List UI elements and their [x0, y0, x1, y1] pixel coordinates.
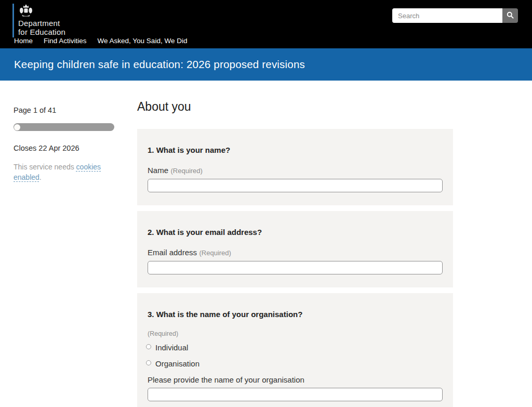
required-label: (Required) [148, 330, 443, 337]
page-title: About you [137, 100, 453, 114]
name-field-label: Name [148, 166, 168, 175]
consultation-title: Keeping children safe in education: 2026… [14, 58, 305, 71]
organisation-name-input[interactable] [148, 388, 443, 401]
question-1-title: 1. What is your name? [148, 146, 443, 154]
nav-home[interactable]: Home [14, 37, 33, 45]
search-icon [507, 11, 514, 20]
email-field-label: Email address [148, 248, 197, 257]
cookies-notice: This service needs cookies enabled. [14, 162, 103, 182]
name-input[interactable] [148, 179, 443, 192]
dfe-logo[interactable]: Department for Education [12, 4, 65, 37]
field-label-row: Email address (Required) [148, 248, 443, 257]
consultation-banner: Keeping children safe in education: 2026… [0, 48, 532, 81]
nav-we-asked-you-said-we-did[interactable]: We Asked, You Said, We Did [98, 37, 188, 45]
logo-accent-bar [12, 4, 14, 37]
radio-label-individual: Individual [155, 343, 188, 352]
required-label: (Required) [200, 249, 231, 257]
question-card-organisation: 3. What is the name of your organisation… [137, 293, 453, 407]
nav-find-activities[interactable]: Find Activities [44, 37, 87, 45]
search-bar [392, 8, 518, 23]
logo-text-line2: for Education [18, 28, 65, 36]
question-card-email: 2. What is your email address? Email add… [137, 211, 453, 287]
question-card-name: 1. What is your name? Name (Required) [137, 129, 453, 205]
field-label-row: Name (Required) [148, 166, 443, 175]
organisation-name-label: Please provide the name of your organisa… [148, 375, 443, 384]
required-label: (Required) [170, 167, 202, 175]
email-input[interactable] [148, 261, 443, 274]
search-button[interactable] [502, 8, 518, 23]
cookies-notice-text: This service needs [14, 163, 76, 171]
royal-crest-icon [18, 4, 65, 17]
progress-bar [14, 123, 114, 131]
question-3-title: 3. What is the name of your organisation… [148, 310, 443, 319]
site-header: Department for Education Home Find Activ… [0, 0, 532, 48]
closes-date: Closes 22 Apr 2026 [14, 144, 127, 152]
progress-thumb [14, 124, 20, 130]
main-content: About you 1. What is your name? Name (Re… [137, 81, 453, 407]
radio-option-individual[interactable]: Individual [148, 343, 443, 352]
page-indicator: Page 1 of 41 [14, 106, 127, 114]
search-input[interactable] [392, 8, 502, 23]
logo-text-line1: Department [18, 19, 65, 28]
radio-option-organisation[interactable]: Organisation [148, 359, 443, 368]
primary-nav: Home Find Activities We Asked, You Said,… [14, 37, 187, 45]
radio-unchecked-icon [146, 344, 151, 349]
cookies-notice-period: . [39, 173, 42, 181]
radio-unchecked-icon [146, 360, 151, 365]
sidebar: Page 1 of 41 Closes 22 Apr 2026 This ser… [0, 81, 137, 407]
question-2-title: 2. What is your email address? [148, 228, 443, 237]
radio-label-organisation: Organisation [155, 359, 200, 368]
